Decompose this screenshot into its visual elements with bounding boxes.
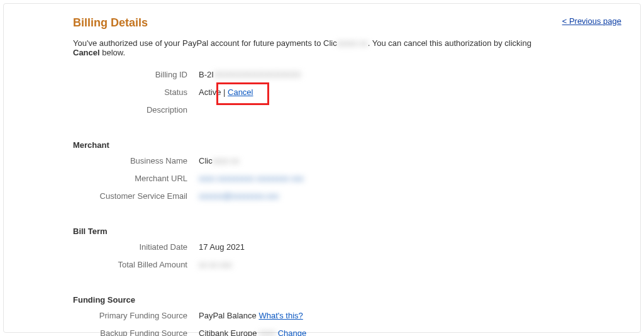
total-billed-value: xx xx xxx <box>199 260 628 269</box>
business-name-label: Business Name <box>73 156 199 165</box>
billterm-section-title: Bill Term <box>73 227 628 236</box>
billing-id-label: Billing ID <box>73 70 199 79</box>
initiated-date-label: Initiated Date <box>73 242 199 252</box>
status-value: Active | Cancel <box>199 87 628 97</box>
intro-text: You've authorized use of your PayPal acc… <box>73 38 551 57</box>
funding-section-title: Funding Source <box>73 295 628 305</box>
business-name-value: Clicxxxx xx <box>199 156 628 165</box>
backup-funding-value: Citibank Europe xxxx Change <box>199 328 628 336</box>
billing-id-value: B-2IXXXXXXXXXXXXXXXX <box>199 70 628 79</box>
merchant-url-value: xxxx xxxxxxxxx xxxxxxxx xxx <box>199 174 628 183</box>
change-link[interactable]: Change <box>278 328 307 336</box>
merchant-section-title: Merchant <box>73 140 628 150</box>
cancel-link[interactable]: Cancel <box>228 87 253 97</box>
merchant-url-label: Merchant URL <box>73 174 199 183</box>
customer-email-value: xxxxxx@xxxxxxxx.xxx <box>199 191 628 201</box>
status-label: Status <box>73 87 199 97</box>
previous-page-link[interactable]: < Previous page <box>562 16 621 26</box>
customer-email-label: Customer Service Email <box>73 191 199 201</box>
page-title: Billing Details <box>73 16 628 30</box>
initiated-date-value: 17 Aug 2021 <box>199 242 628 252</box>
primary-funding-value: PayPal Balance What's this? <box>199 311 628 320</box>
total-billed-label: Total Billed Amount <box>73 260 199 269</box>
primary-funding-label: Primary Funding Source <box>73 311 199 320</box>
backup-funding-label: Backup Funding Source <box>73 328 199 336</box>
whats-this-link[interactable]: What's this? <box>258 311 303 320</box>
description-label: Description <box>73 105 199 115</box>
